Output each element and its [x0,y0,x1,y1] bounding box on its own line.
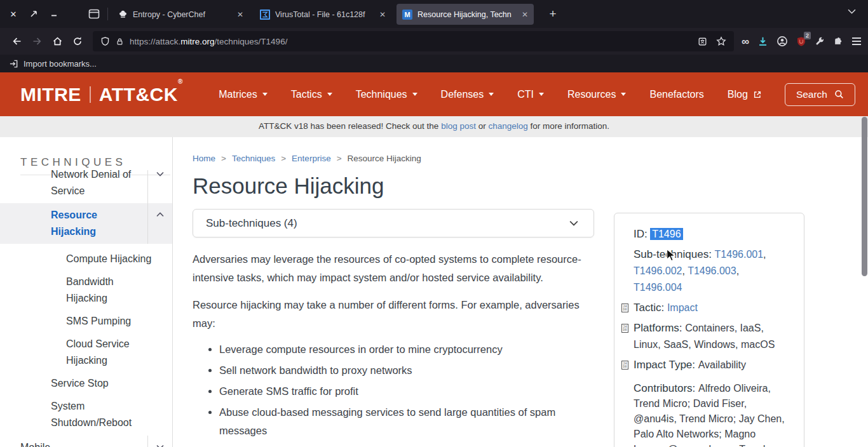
list-item: Leverage compute resources in order to m… [219,340,594,359]
tactic-row: 24D8 Tactic: Impact [634,300,789,316]
chevron-down-icon[interactable] [147,170,172,203]
search-button[interactable]: Search [785,83,855,106]
downloads-icon[interactable] [757,36,768,47]
url-bar[interactable]: https://attack.mitre.org/techniques/T149… [93,31,734,51]
breadcrumb-current: Resource Hijacking [348,154,421,163]
breadcrumb-techniques[interactable]: Techniques [232,154,275,163]
sidebar-section-mobile[interactable]: Mobile [0,436,172,447]
sidebar-subitem-sms-pumping[interactable]: SMS Pumping [0,310,172,333]
tab-cyberchef[interactable]: Entropy - CyberChef ✕ [112,4,249,25]
firefox-view-icon[interactable] [86,6,102,22]
sidebar-subitem-bandwidth-hijacking[interactable]: Bandwidth Hijacking [0,270,172,310]
list-item: Generate SMS traffic for profit [219,382,594,401]
subtechnique-link[interactable]: T1496.002 [634,265,682,276]
tab-close-icon[interactable]: ✕ [379,10,386,19]
forward-icon[interactable] [27,31,47,51]
nav-tactics[interactable]: Tactics [291,89,332,100]
wrench-icon[interactable] [815,36,825,46]
info-glyph-icon: 24D8 [621,324,628,333]
url-text[interactable]: https://attack.mitre.org/techniques/T149… [130,37,287,46]
search-icon [834,90,844,99]
caret-down-icon [262,93,268,98]
menu-hamburger-icon[interactable] [851,37,862,46]
extensions-puzzle-icon[interactable] [833,36,843,46]
window-close-icon[interactable]: ✕ [6,7,20,21]
translate-icon[interactable] [698,37,707,46]
tactic-link[interactable]: Impact [667,302,698,313]
nav-resources[interactable]: Resources [567,89,626,100]
subtechnique-link[interactable]: T1496.003 [688,265,736,276]
forms-list: Leverage compute resources in order to m… [193,340,594,440]
home-icon[interactable] [47,31,67,51]
changelog-link[interactable]: changelog [488,121,527,131]
bookmarks-toolbar: Import bookmarks... [0,55,868,72]
chevron-down-icon[interactable] [147,436,172,447]
nav-blog[interactable]: Blog [728,89,762,100]
breadcrumb-home[interactable]: Home [193,154,215,163]
mitre-favicon-icon: M [402,10,412,20]
lock-icon[interactable] [116,37,124,46]
technique-id-value: T1496 [650,228,682,240]
sidebar-subitem-cloud-service-hijacking[interactable]: Cloud Service Hijacking [0,333,172,372]
list-all-tabs-icon[interactable] [848,9,856,14]
tab-close-icon[interactable]: ✕ [237,10,243,19]
nav-defenses[interactable]: Defenses [441,89,494,100]
techniques-sidebar: TECHNIQUES Network Denial of Service Res… [0,137,173,447]
nav-cti[interactable]: CTI [517,89,544,100]
reload-icon[interactable] [67,31,88,51]
tab-title: VirusTotal - File - 61c128f [275,10,374,19]
ublock-shield-icon[interactable]: 2 [796,36,806,47]
caret-down-icon [489,93,494,98]
platforms-row: 24D8 Platforms: Containers, IaaS, Linux,… [634,320,789,353]
external-link-icon [753,90,762,99]
tab-close-icon[interactable]: ✕ [522,10,528,19]
contributors-row: Contributors: Alfredo Oliveira, Trend Mi… [634,381,789,447]
sidebar-item-resource-hijacking[interactable]: Resource Hijacking [0,203,172,244]
back-icon[interactable] [6,31,27,51]
sidebar-item-system-shutdown-reboot[interactable]: System Shutdown/Reboot [0,395,172,434]
tracking-shield-icon[interactable] [100,36,110,46]
nav-techniques[interactable]: Techniques [356,89,417,100]
nav-benefactors[interactable]: Benefactors [649,89,703,100]
import-bookmarks-label[interactable]: Import bookmarks... [24,59,97,69]
sidebar-heading: TECHNIQUES [20,156,172,169]
new-tab-button[interactable]: + [544,5,562,23]
sidebar-item-network-denial-of-service[interactable]: Network Denial of Service [0,170,172,203]
id-row: ID: T1496 [634,226,789,243]
bookmark-star-icon[interactable] [716,36,726,46]
impact-type-row: 24D8 Impact Type: Availability [634,357,789,373]
caret-down-icon [621,93,626,98]
subtechnique-link[interactable]: T1496.004 [634,282,682,293]
ublock-badge: 2 [804,32,811,39]
blog-post-link[interactable]: blog post [441,121,476,131]
sidebar-item-service-stop[interactable]: Service Stop [0,372,172,395]
subtechnique-link[interactable]: T1496.001 [715,249,764,260]
tab-title: Entropy - CyberChef [133,10,232,19]
tab-virustotal[interactable]: VirusTotal - File - 61c128f ✕ [254,4,391,25]
navigation-toolbar: https://attack.mitre.org/techniques/T149… [0,28,868,55]
list-item: Abuse cloud-based messaging services to … [219,403,594,440]
extension-infinity-icon[interactable]: ∞ [742,36,749,47]
window-restore-icon[interactable] [27,7,41,21]
page-scrollbar-thumb[interactable] [862,117,867,276]
main-content: Home > Techniques > Enterprise > Resourc… [193,137,594,447]
caret-down-icon [327,93,332,98]
window-minimize-icon[interactable] [47,7,61,21]
mitre-attack-logo[interactable]: MITRE ATT&CK® [20,84,183,105]
logo-mitre: MITRE [20,84,81,105]
nav-matrices[interactable]: Matrices [219,89,267,100]
tab-mitre-attack-active[interactable]: M Resource Hijacking, Techn ✕ [397,4,534,25]
cyberchef-favicon-icon [118,10,128,20]
import-bookmarks-icon [9,59,18,69]
breadcrumb-enterprise[interactable]: Enterprise [292,154,331,163]
chevron-up-icon[interactable] [147,203,172,244]
virustotal-favicon-icon [260,10,270,20]
mitre-attack-header: MITRE ATT&CK® Matrices Tactics Technique… [0,72,868,116]
sidebar-list: Network Denial of Service Resource Hijac… [0,170,172,447]
release-banner: ATT&CK v18 has been released! Check out … [0,116,868,137]
sidebar-subitem-compute-hijacking[interactable]: Compute Hijacking [0,248,172,270]
page-title: Resource Hijacking [193,173,594,199]
subtechniques-dropdown[interactable]: Sub-techniques (4) [193,209,594,237]
account-icon[interactable] [776,36,788,47]
logo-divider [90,86,91,103]
